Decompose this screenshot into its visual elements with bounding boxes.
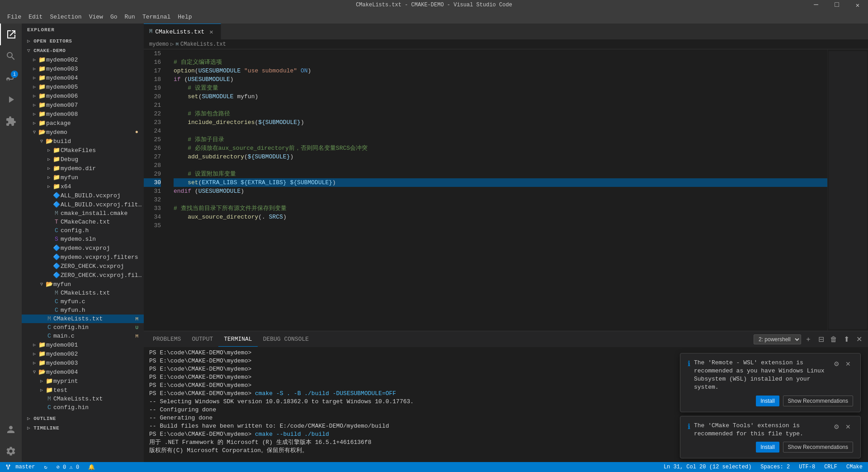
tree-item-cmakefiles[interactable]: ▷📁CMakeFiles xyxy=(22,146,144,155)
tree-item-cmakecache[interactable]: TCMakeCache.txt xyxy=(22,218,144,226)
breadcrumb-mydemo[interactable]: mydemo xyxy=(149,41,169,48)
status-language[interactable]: CMake xyxy=(844,464,864,470)
activity-run-debug[interactable] xyxy=(0,89,22,110)
menu-file[interactable]: File xyxy=(4,12,25,22)
timeline-section[interactable]: ▷ TIMELINE xyxy=(22,423,144,433)
tree-item-confighin2[interactable]: Cconfig.hin xyxy=(22,403,144,412)
split-terminal-button[interactable]: ⊟ xyxy=(816,334,826,345)
tab-cmakelists[interactable]: M CMakeLists.txt ✕ xyxy=(144,24,221,39)
panel-tab-problems[interactable]: PROBLEMS xyxy=(147,332,186,347)
line-numbers: 15 16 17 18 19 20 21 22 23 24 25 26 27 2… xyxy=(144,49,166,331)
notification-wsl-gear[interactable]: ⚙ xyxy=(831,359,841,369)
tree-item-zerocheck-filters[interactable]: 🔷ZERO_CHECK.vcxproj.filters xyxy=(22,271,144,280)
notification-wsl-install-button[interactable]: Install xyxy=(756,396,779,406)
menu-go[interactable]: Go xyxy=(107,12,121,22)
status-errors[interactable]: ⊘ 0 ⚠ 0 xyxy=(55,464,81,471)
tree-item-mydemo003b[interactable]: ▷📁mydemo003 xyxy=(22,358,144,367)
new-terminal-button[interactable]: + xyxy=(803,334,814,345)
tree-item-debug[interactable]: ▷📁Debug xyxy=(22,155,144,164)
tree-item-confighin[interactable]: Cconfig.hin U xyxy=(22,323,144,332)
maximize-button[interactable]: □ xyxy=(826,0,847,10)
tree-item-mydemodotdir[interactable]: ▷📁mydemo.dir xyxy=(22,164,144,173)
activity-source-control[interactable]: 1 xyxy=(0,67,22,89)
notification-cmake-show-rec-button[interactable]: Show Recommendations xyxy=(783,442,853,453)
menu-terminal[interactable]: Terminal xyxy=(139,12,174,22)
tree-item-myfun-cmakelists[interactable]: MCMakeLists.txt xyxy=(22,289,144,297)
tree-item-allbuild-vcxproj-filters[interactable]: 🔷ALL_BUILD.vcxproj.filters xyxy=(22,200,144,209)
menu-selection[interactable]: Selection xyxy=(46,12,85,22)
tree-item-mainc[interactable]: Cmain.c M xyxy=(22,332,144,340)
menu-view[interactable]: View xyxy=(85,12,107,22)
tree-item-myprint[interactable]: ▷📁myprint xyxy=(22,377,144,386)
tree-item-myfun-h[interactable]: Cmyfun.h xyxy=(22,306,144,315)
activity-extensions[interactable] xyxy=(0,110,22,132)
notification-cmake: ℹ The 'CMake Tools' extension is recomme… xyxy=(680,416,861,458)
tree-item-myfun-folder[interactable]: ▽📂myfun xyxy=(22,280,144,289)
activity-account[interactable] xyxy=(0,419,22,440)
terminal-selector[interactable]: 2: powershell 1: bash xyxy=(754,334,801,344)
tree-item-mydemo007[interactable]: ▷📁mydemo007 xyxy=(22,100,144,110)
activity-settings[interactable] xyxy=(0,440,22,462)
cmake-demo-section[interactable]: ▽ CMAKE-DEMO xyxy=(22,46,144,55)
tree-item-mydemo006[interactable]: ▷📁mydemo006 xyxy=(22,91,144,100)
notification-cmake-close[interactable]: ✕ xyxy=(843,422,853,432)
status-branch[interactable]: master xyxy=(4,464,37,470)
menu-run[interactable]: Run xyxy=(121,12,138,22)
outline-section[interactable]: ▷ OUTLINE xyxy=(22,414,144,423)
menu-edit[interactable]: Edit xyxy=(25,12,46,22)
open-editors-section[interactable]: ▷ Open Editors xyxy=(22,36,144,46)
breadcrumb-file[interactable]: M CMakeLists.txt xyxy=(175,41,226,48)
tree-item-mydemo008[interactable]: ▷📁mydemo008 xyxy=(22,110,144,119)
status-sync[interactable]: ↻ xyxy=(42,464,49,471)
status-spaces[interactable]: Spaces: 2 xyxy=(759,464,792,470)
tree-item-mydemo002[interactable]: ▷📁mydemo002 xyxy=(22,55,144,64)
tree-item-x64[interactable]: ▷📁x64 xyxy=(22,182,144,191)
tree-item-package[interactable]: ▷📁package xyxy=(22,119,144,128)
activity-explorer[interactable] xyxy=(0,24,22,45)
code-line-25: # 添加子目录 xyxy=(174,135,827,144)
tree-item-mydemo005[interactable]: ▷📁mydemo005 xyxy=(22,82,144,91)
tree-item-testfolder[interactable]: ▷📁test xyxy=(22,386,144,395)
activity-search[interactable] xyxy=(0,45,22,67)
close-panel-button[interactable]: ✕ xyxy=(854,334,864,345)
panel-tab-terminal[interactable]: TERMINAL xyxy=(218,332,257,347)
tree-item-cmakelists2[interactable]: MCMakeLists.txt xyxy=(22,395,144,403)
tree-item-mydemo004b[interactable]: ▽📂mydemo004 xyxy=(22,367,144,377)
panel-tab-debug-console[interactable]: DEBUG CONSOLE xyxy=(258,332,314,347)
tree-item-mydemo001[interactable]: ▷📁mydemo001 xyxy=(22,340,144,349)
status-notifications[interactable]: 🔔 xyxy=(86,464,97,471)
tree-item-cmakelists-selected[interactable]: MCMakeLists.txt M xyxy=(22,315,144,323)
notification-wsl-close[interactable]: ✕ xyxy=(843,359,853,369)
code-line-33: # 查找当前目录下所有源文件并保存到变量 xyxy=(174,204,827,213)
tree-item-mydemo[interactable]: ▽📂mydemo ● xyxy=(22,128,144,137)
tree-item-myfun-c[interactable]: Cmyfun.c xyxy=(22,297,144,306)
tree-item-mydemo-vcxproj-filters[interactable]: 🔷mydemo.vcxproj.filters xyxy=(22,253,144,262)
code-line-26: # 必须放在aux_source_directory前，否则同名变量SRCS会冲… xyxy=(174,144,827,153)
tree-item-myfun-build[interactable]: ▷📁myfun xyxy=(22,173,144,182)
close-button[interactable]: ✕ xyxy=(847,0,868,10)
menu-help[interactable]: Help xyxy=(174,12,195,22)
tree-item-mydemo-vcxproj[interactable]: 🔷mydemo.vcxproj xyxy=(22,243,144,253)
status-position[interactable]: Ln 31, Col 20 (12 selected) xyxy=(662,464,753,470)
minimize-button[interactable]: ─ xyxy=(806,0,826,10)
code-line-28 xyxy=(174,161,827,170)
tree-item-mydemo002b[interactable]: ▷📁mydemo002 xyxy=(22,349,144,358)
tree-item-allbuild-vcxproj[interactable]: 🔷ALL_BUILD.vcxproj xyxy=(22,191,144,200)
tree-item-config-h[interactable]: Cconfig.h xyxy=(22,226,144,235)
code-editor[interactable]: # 自定义编译选项 option(USESUBMODULE "use submo… xyxy=(166,49,827,331)
tab-close-button[interactable]: ✕ xyxy=(207,28,215,36)
tree-item-mydemo004[interactable]: ▷📁mydemo004 xyxy=(22,73,144,82)
tree-item-mydemo-sln[interactable]: Smydemo.sln xyxy=(22,235,144,243)
maximize-panel-button[interactable]: ⬆ xyxy=(841,334,852,345)
notification-cmake-gear[interactable]: ⚙ xyxy=(831,422,841,432)
notification-wsl-show-rec-button[interactable]: Show Recommendations xyxy=(783,396,853,406)
panel-tab-output[interactable]: OUTPUT xyxy=(186,332,218,347)
tree-item-build[interactable]: ▽📂build xyxy=(22,137,144,146)
tree-item-cmake-install[interactable]: Mcmake_install.cmake xyxy=(22,209,144,218)
tree-item-mydemo003[interactable]: ▷📁mydemo003 xyxy=(22,64,144,73)
status-line-ending[interactable]: CRLF xyxy=(822,464,839,470)
notification-cmake-install-button[interactable]: Install xyxy=(756,442,779,453)
status-encoding[interactable]: UTF-8 xyxy=(797,464,817,470)
kill-terminal-button[interactable]: 🗑 xyxy=(828,334,839,345)
tree-item-zerocheck[interactable]: 🔷ZERO_CHECK.vcxproj xyxy=(22,262,144,271)
